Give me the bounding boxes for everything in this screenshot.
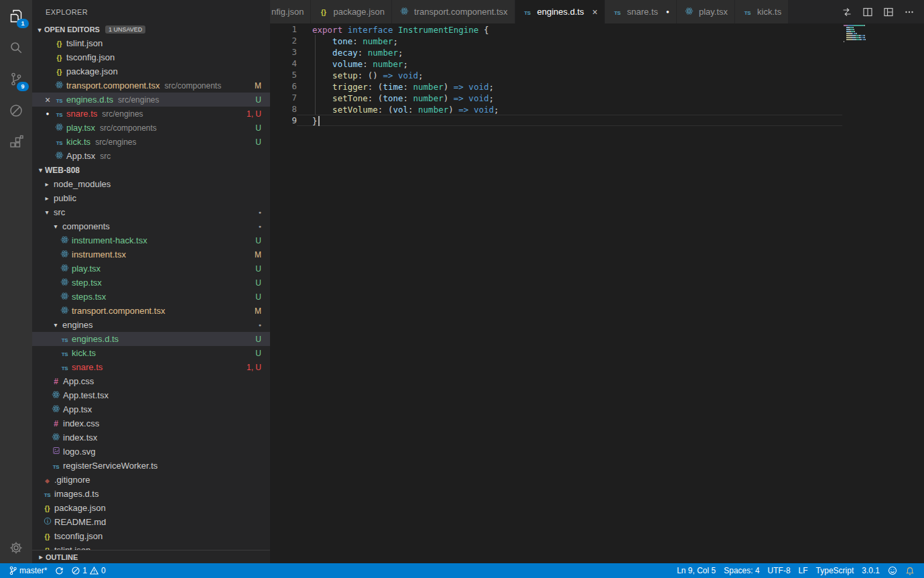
line-content[interactable]: tone: number; [297,35,842,46]
line-content[interactable]: setVolume: (vol: number) => void; [297,103,842,115]
open-editor-item[interactable]: TSkick.tssrc/enginesU [32,135,270,149]
tree-file-item[interactable]: TSengines.d.tsU [32,332,270,346]
line-number[interactable]: 7 [270,92,297,103]
minimap[interactable] [844,25,917,43]
tree-file-item[interactable]: #App.css [32,374,270,388]
tree-file-item[interactable]: logo.svg [32,445,270,459]
tree-file-item[interactable]: step.tsxU [32,276,270,290]
line-content[interactable]: setup: () => void; [297,69,842,80]
tree-file-item[interactable]: App.test.tsx [32,388,270,402]
cursor-position[interactable]: Ln 9, Col 5 [673,563,720,578]
editor-tab[interactable]: nfig.json [270,0,311,23]
open-editor-item[interactable]: transport.component.tsxsrc/componentsM [32,78,270,93]
tree-file-item[interactable]: README.md [32,515,270,529]
code-token: => [454,93,464,103]
settings-gear-icon[interactable] [0,532,32,563]
tree-file-item[interactable]: TSsnare.ts1, U [32,360,270,374]
sync-button[interactable] [51,563,68,578]
line-number[interactable]: 5 [270,69,297,80]
tree-file-item[interactable]: play.tsxU [32,262,270,276]
editor-tab[interactable]: TSsnare.ts● [605,0,677,23]
encoding[interactable]: UTF-8 [764,563,795,578]
outline-header[interactable]: ▸ OUTLINE [32,550,270,563]
editor-tab[interactable]: {}package.json [311,0,392,23]
split-editor-icon[interactable] [862,7,873,17]
eol[interactable]: LF [795,563,812,578]
tree-file-item[interactable]: {}tsconfig.json [32,529,270,543]
ts-version[interactable]: 3.0.1 [858,563,884,578]
line-number[interactable]: 1 [270,23,297,35]
line-number[interactable]: 8 [270,103,297,115]
code-editor[interactable]: 1export interface InstrumentEngine {2 to… [270,23,924,563]
open-editor-item[interactable]: {}tslint.json [32,36,270,50]
source-control-icon[interactable]: 9 [0,63,32,95]
open-editor-item[interactable]: ●TSsnare.tssrc/engines1, U [32,107,270,121]
line-content[interactable]: volume: number; [297,58,842,69]
editor-tab[interactable]: TSkick.ts [735,0,789,23]
editor-tab[interactable]: play.tsx [677,0,735,23]
tree-file-item[interactable]: TSregisterServiceWorker.ts [32,459,270,473]
tree-file-item[interactable]: instrument.tsxM [32,247,270,262]
tree-folder-item[interactable]: ▾components● [32,219,270,233]
open-editor-item[interactable]: App.tsxsrc [32,149,270,163]
code-line[interactable]: 1export interface InstrumentEngine { [270,23,924,35]
tree-file-item[interactable]: #index.css [32,416,270,430]
code-line[interactable]: 2 tone: number; [270,35,924,46]
tree-folder-item[interactable]: ▸node_modules [32,177,270,191]
tree-file-item[interactable]: {}package.json [32,501,270,515]
debug-icon[interactable] [0,95,32,126]
code-line[interactable]: 7 setTone: (tone: number) => void; [270,92,924,103]
dirty-dot-icon[interactable]: ● [666,9,669,15]
extensions-icon[interactable] [0,126,32,158]
line-content[interactable]: setTone: (tone: number) => void; [297,92,842,103]
code-line[interactable]: 8 setVolume: (vol: number) => void; [270,103,924,115]
line-number[interactable]: 2 [270,35,297,46]
code-line[interactable]: 3 decay: number; [270,46,924,58]
line-content[interactable]: trigger: (time: number) => void; [297,80,842,92]
editor-tab[interactable]: TSengines.d.ts× [515,0,605,23]
indentation[interactable]: Spaces: 4 [720,563,763,578]
tree-file-item[interactable]: index.tsx [32,430,270,445]
tree-file-item[interactable]: TSimages.d.ts [32,487,270,501]
close-icon[interactable]: × [592,7,598,17]
dirty-dot-icon[interactable]: ● [42,111,54,117]
tree-file-item[interactable]: App.tsx [32,402,270,416]
line-content[interactable]: } [297,115,842,126]
code-line[interactable]: 9} [270,115,924,126]
open-editor-item[interactable]: play.tsxsrc/componentsU [32,121,270,135]
code-line[interactable]: 5 setup: () => void; [270,69,924,80]
line-number[interactable]: 3 [270,46,297,58]
open-editor-item[interactable]: ×TSengines.d.tssrc/enginesU [32,93,270,107]
feedback-smiley-icon[interactable] [884,563,901,578]
open-editor-item[interactable]: {}tsconfig.json [32,50,270,64]
tree-file-item[interactable]: TSkick.tsU [32,346,270,360]
tree-folder-item[interactable]: ▸public [32,191,270,205]
git-branch-item[interactable]: master* [5,563,51,578]
project-root-header[interactable]: ▾ WEB-808 [32,163,270,177]
tree-file-item[interactable]: ◆.gitignore [32,473,270,487]
more-actions-icon[interactable] [904,7,915,17]
explorer-icon[interactable]: 1 [0,0,32,32]
tree-file-item[interactable]: instrument-hack.tsxU [32,233,270,247]
open-editors-header[interactable]: ▾ OPEN EDITORS 1 UNSAVED [32,23,270,36]
notifications-bell-icon[interactable] [901,563,919,578]
line-number[interactable]: 6 [270,80,297,92]
open-changes-icon[interactable] [842,7,852,17]
line-content[interactable]: decay: number; [297,46,842,58]
line-number[interactable]: 9 [270,115,297,126]
problems-item[interactable]: 1 0 [68,563,109,578]
editor-tab[interactable]: transport.component.tsx [392,0,515,23]
code-line[interactable]: 4 volume: number; [270,58,924,69]
tree-file-item[interactable]: steps.tsxU [32,290,270,304]
code-line[interactable]: 6 trigger: (time: number) => void; [270,80,924,92]
close-icon[interactable]: × [42,95,54,105]
open-editor-item[interactable]: {}package.json [32,64,270,78]
line-number[interactable]: 4 [270,58,297,69]
tree-file-item[interactable]: transport.component.tsxM [32,304,270,318]
editor-layout-icon[interactable] [883,7,894,17]
tree-folder-item[interactable]: ▾src● [32,205,270,219]
search-icon[interactable] [0,32,32,63]
language-mode[interactable]: TypeScript [812,563,858,578]
tree-folder-item[interactable]: ▾engines● [32,318,270,332]
line-content[interactable]: export interface InstrumentEngine { [297,23,842,35]
